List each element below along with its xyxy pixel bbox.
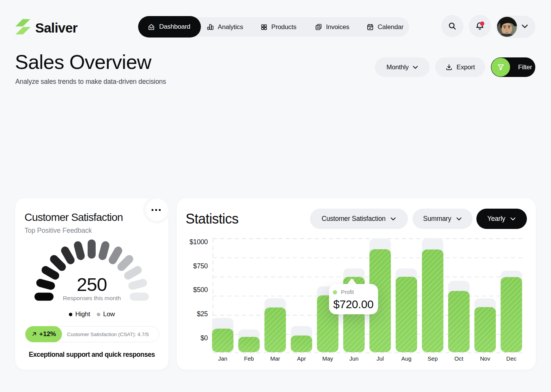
svg-text:$1000: $1000 <box>189 238 208 246</box>
svg-text:Jan: Jan <box>218 355 227 362</box>
svg-text:Apr: Apr <box>297 355 306 362</box>
svg-text:$25: $25 <box>197 310 208 318</box>
svg-text:Jul: Jul <box>377 355 384 362</box>
svg-text:Nov: Nov <box>480 355 490 362</box>
svg-text:Mar: Mar <box>270 355 280 362</box>
svg-text:$0: $0 <box>201 334 208 342</box>
svg-text:Feb: Feb <box>244 355 254 362</box>
svg-text:Dec: Dec <box>506 355 517 362</box>
svg-text:Aug: Aug <box>401 355 412 362</box>
svg-text:May: May <box>322 355 333 362</box>
svg-text:$500: $500 <box>193 286 208 294</box>
svg-text:$750: $750 <box>193 262 208 270</box>
svg-text:Jun: Jun <box>349 355 359 362</box>
svg-text:Sep: Sep <box>427 355 438 362</box>
svg-text:Oct: Oct <box>455 355 464 362</box>
